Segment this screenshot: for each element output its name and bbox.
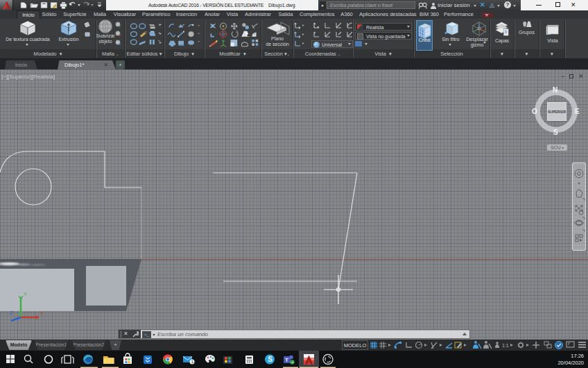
svg-text:Z: Z [10, 310, 13, 316]
svg-text:X: X [40, 310, 44, 317]
svg-text:1:1: 1:1 [502, 343, 509, 348]
svg-text:S: S [268, 356, 273, 363]
svg-text:Y: Y [24, 291, 27, 297]
svg-text:T: T [285, 357, 288, 363]
